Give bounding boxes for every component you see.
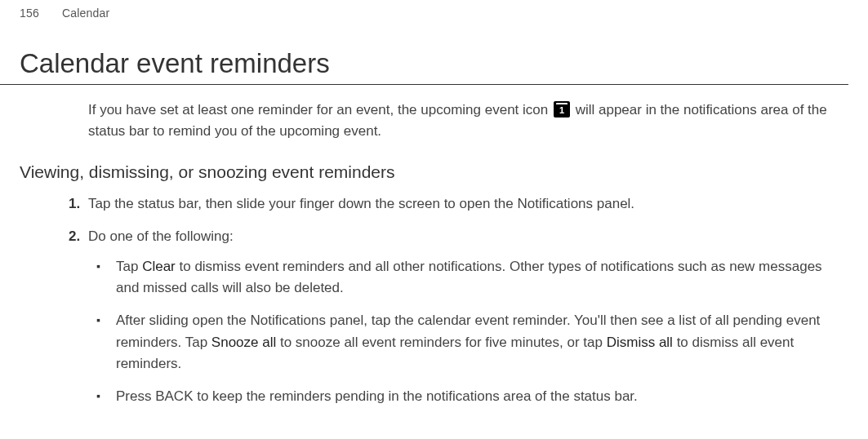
b2-bold-snooze: Snooze all [211,335,276,350]
b1-t2: to dismiss event reminders and all other… [116,259,822,295]
page-number: 156 [20,7,39,20]
ordered-steps: Tap the status bar, then slide your fing… [0,193,868,408]
sub-bullets: Tap Clear to dismiss event reminders and… [88,248,837,408]
bullet-3: Press BACK to keep the reminders pending… [111,386,837,407]
intro-text-1: If you have set at least one reminder fo… [88,102,552,118]
upcoming-event-icon: 1 [554,101,570,118]
bullet-1: Tap Clear to dismiss event reminders and… [111,256,837,299]
b1-bold-clear: Clear [142,259,176,274]
subheading: Viewing, dismissing, or snoozing event r… [0,162,868,193]
b2-t2: to snooze all event reminders for five m… [276,335,606,350]
bullet-2: After sliding open the Notifications pan… [111,310,837,375]
page-header: 156 Calendar [0,0,868,20]
step-1: Tap the status bar, then slide your fing… [88,193,837,215]
step-2: Do one of the following: Tap Clear to di… [88,226,837,407]
intro-paragraph: If you have set at least one reminder fo… [0,100,868,141]
event-icon-number: 1 [559,102,564,118]
page-title: Calendar event reminders [0,20,848,85]
b2-bold-dismiss: Dismiss all [607,335,673,350]
header-section-name: Calendar [62,7,109,20]
step-2-text: Do one of the following: [88,228,234,244]
b1-t1: Tap [116,259,142,274]
